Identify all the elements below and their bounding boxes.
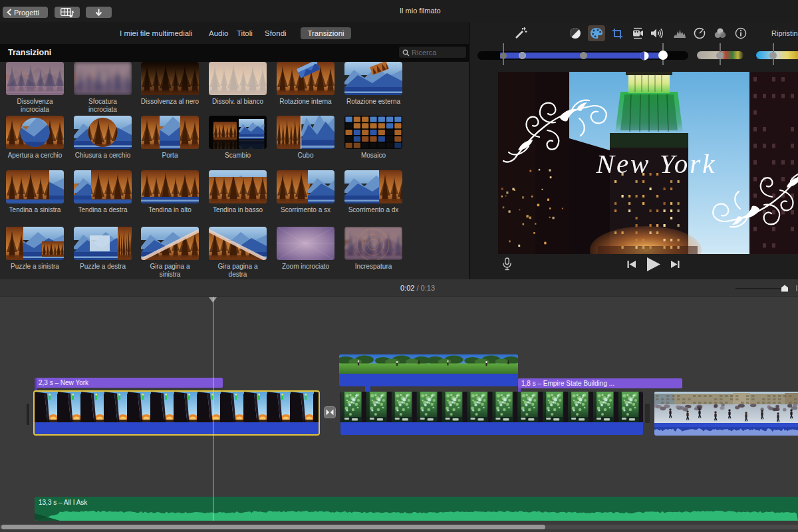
svg-text:New York: New York <box>596 148 717 179</box>
